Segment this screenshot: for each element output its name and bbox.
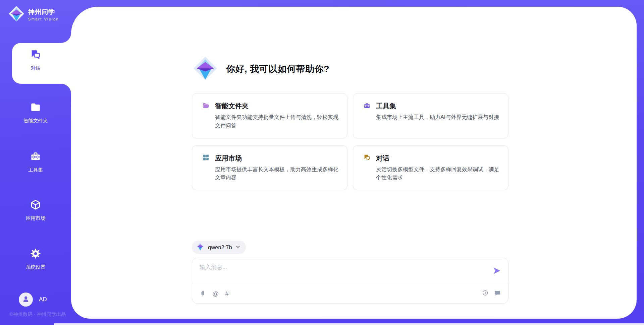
card-title: 智能文件夹: [215, 102, 249, 111]
user-name: AD: [39, 296, 47, 303]
model-logo-icon: [196, 242, 205, 252]
tab-fillet-top: [61, 33, 71, 43]
model-selector[interactable]: qwen2:7b: [192, 241, 246, 254]
copyright-footer: ©神州数码 · 神州问学出品: [9, 311, 66, 318]
sidebar-item-label: 对话: [0, 65, 71, 71]
card-chat[interactable]: 对话 灵活切换多模型文件，支持多样回复效果调试，满足个性化需求: [353, 145, 508, 191]
main-content: 你好, 我可以如何帮助你? 智能文件夹 智能文件夹功能支持批量文件上: [192, 7, 508, 319]
card-title: 对话: [376, 154, 389, 163]
chat-icon: [30, 56, 41, 61]
sidebar-item-label: 系统设置: [0, 264, 71, 270]
card-title: 工具集: [376, 102, 396, 111]
card-description: 集成市场上主流工具，助力AI与外界无缝扩展与对接: [376, 113, 499, 122]
feedback-button[interactable]: [494, 290, 501, 298]
sidebar-item-settings[interactable]: 系统设置: [0, 248, 71, 270]
feedback-icon: [494, 290, 501, 298]
mention-button[interactable]: @: [212, 290, 219, 297]
main-panel: 你好, 我可以如何帮助你? 智能文件夹 智能文件夹功能支持批量文件上: [71, 7, 637, 319]
toolbox-icon: [363, 102, 371, 111]
sidebar-item-label: 智能文件夹: [0, 118, 71, 124]
card-title: 应用市场: [215, 154, 242, 163]
sidebar-item-chat[interactable]: 对话: [0, 49, 71, 71]
message-composer: @ #: [192, 258, 508, 304]
card-description: 应用市场提供丰富长文本模板，助力高效生成多样化文章内容: [215, 166, 338, 182]
sidebar: 神州问学 Smart Vision 对话: [0, 0, 71, 325]
toolbox-icon: [30, 157, 41, 163]
chat-icon: [363, 154, 371, 162]
gear-icon: [30, 255, 41, 260]
brand-diamond-icon: [8, 5, 25, 23]
user-avatar-icon: [22, 295, 30, 304]
brand-name: 神州问学: [28, 8, 59, 16]
card-description: 灵活切换多模型文件，支持多样回复效果调试，满足个性化需求: [376, 166, 499, 182]
assistant-logo-icon: [193, 56, 218, 82]
card-app-market[interactable]: 应用市场 应用市场提供丰富长文本模板，助力高效生成多样化文章内容: [192, 145, 347, 191]
card-description: 智能文件夹功能支持批量文件上传与清洗，轻松实现文件问答: [215, 113, 338, 130]
send-icon: [492, 271, 501, 276]
feature-cards: 智能文件夹 智能文件夹功能支持批量文件上传与清洗，轻松实现文件问答: [192, 93, 508, 190]
sidebar-item-label: 应用市场: [0, 215, 71, 221]
hash-button[interactable]: #: [225, 290, 229, 297]
user-account[interactable]: AD: [19, 292, 47, 307]
model-name: qwen2:7b: [208, 244, 232, 251]
attach-file-button[interactable]: [200, 290, 206, 298]
sidebar-item-toolkit[interactable]: 工具集: [0, 151, 71, 173]
greeting-title: 你好, 我可以如何帮助你?: [226, 63, 329, 75]
sidebar-item-label: 工具集: [0, 167, 71, 173]
app-window: 神州问学 Smart Vision 对话: [0, 0, 644, 325]
sidebar-item-app-market[interactable]: 应用市场: [0, 199, 71, 221]
send-button[interactable]: [492, 266, 501, 276]
tab-fillet-bottom: [61, 84, 71, 94]
attachment-icon: [200, 290, 206, 298]
sidebar-item-smart-folder[interactable]: 智能文件夹: [0, 102, 71, 124]
history-icon: [482, 290, 489, 298]
card-toolkit[interactable]: 工具集 集成市场上主流工具，助力AI与外界无缝扩展与对接: [353, 93, 508, 138]
folder-icon: [30, 108, 41, 114]
composer-toolbar: @ #: [192, 284, 508, 303]
mention-icon: @: [212, 290, 219, 297]
folder-open-icon: [202, 102, 210, 111]
brand-subtitle: Smart Vision: [28, 17, 59, 21]
horizontal-scrollbar[interactable]: [54, 323, 644, 325]
card-smart-folder[interactable]: 智能文件夹 智能文件夹功能支持批量文件上传与清洗，轻松实现文件问答: [192, 93, 347, 138]
message-input[interactable]: [200, 263, 475, 282]
app-grid-icon: [202, 154, 210, 162]
hash-icon: #: [225, 290, 229, 297]
chevron-down-icon: [235, 244, 240, 251]
greeting-block: 你好, 我可以如何帮助你?: [192, 56, 329, 82]
history-button[interactable]: [482, 290, 489, 298]
cube-icon: [30, 206, 41, 211]
avatar: [19, 292, 33, 307]
brand-logo[interactable]: 神州问学 Smart Vision: [8, 5, 59, 23]
